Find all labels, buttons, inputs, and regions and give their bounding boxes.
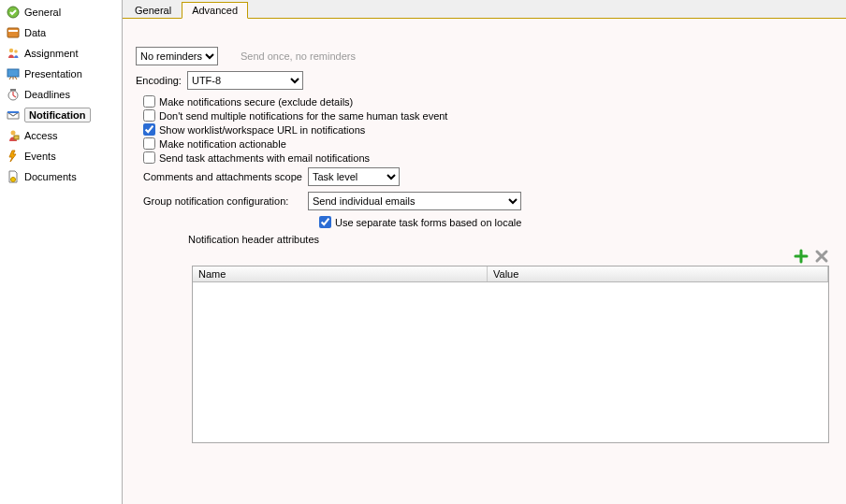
col-name[interactable]: Name: [193, 266, 488, 281]
svg-rect-7: [10, 89, 16, 91]
sidebar-item-notification[interactable]: Notification: [0, 105, 122, 125]
sidebar-item-deadlines[interactable]: Deadlines: [0, 84, 122, 105]
sidebar-item-general[interactable]: General: [0, 2, 122, 22]
svg-point-10: [11, 178, 16, 182]
data-icon: [6, 25, 21, 40]
presentation-icon: [6, 66, 21, 81]
svg-point-4: [14, 50, 18, 53]
svg-point-8: [11, 131, 16, 136]
notification-icon: [6, 108, 21, 122]
general-icon: [6, 5, 21, 20]
showurl-checkbox[interactable]: [143, 123, 155, 136]
events-icon: [6, 149, 21, 164]
sidebar-item-label: Documents: [24, 171, 77, 182]
sidebar-item-label: Deadlines: [24, 89, 70, 100]
sidebar-item-data[interactable]: Data: [0, 22, 122, 43]
table-toolbar: [136, 249, 835, 266]
svg-rect-9: [14, 136, 19, 139]
add-icon[interactable]: [794, 249, 809, 264]
locale-checkbox[interactable]: [319, 216, 331, 228]
sidebar-item-label: Data: [24, 27, 46, 38]
actionable-label: Make notification actionable: [159, 138, 286, 150]
svg-point-3: [9, 49, 13, 52]
sidebar-item-presentation[interactable]: Presentation: [0, 64, 122, 84]
svg-rect-2: [8, 30, 18, 32]
main-panel: General Advanced No reminders Send once,…: [123, 0, 846, 504]
tab-bar: General Advanced: [123, 0, 846, 19]
locale-label: Use separate task forms based on locale: [335, 217, 521, 228]
actionable-checkbox[interactable]: [143, 137, 155, 150]
header-attrs-table: Name Value: [192, 266, 829, 443]
encoding-select[interactable]: UTF-8: [187, 71, 303, 90]
secure-checkbox[interactable]: [143, 95, 155, 108]
sidebar-item-events[interactable]: Events: [0, 146, 122, 166]
reminders-hint: Send once, no reminders: [241, 50, 356, 62]
header-attrs-label: Notification header attributes: [188, 234, 835, 245]
col-value[interactable]: Value: [488, 266, 828, 281]
showurl-label: Show worklist/workspace URL in notificat…: [159, 124, 365, 136]
access-icon: [6, 128, 21, 143]
sidebar-item-access[interactable]: Access: [0, 125, 122, 146]
scope-select[interactable]: Task level: [308, 167, 400, 186]
nodup-label: Don't send multiple notifications for th…: [159, 110, 447, 122]
assignment-icon: [6, 46, 21, 61]
documents-icon: [6, 169, 21, 184]
reminders-select[interactable]: No reminders: [136, 47, 218, 65]
sidebar: General Data Assignment Presentation Dea…: [0, 0, 123, 504]
sidebar-item-label: Presentation: [24, 68, 82, 79]
table-header: Name Value: [193, 266, 828, 282]
sidebar-item-documents[interactable]: Documents: [0, 166, 122, 187]
sidebar-item-label: Access: [24, 130, 57, 141]
sidebar-item-label: Notification: [24, 108, 91, 122]
secure-label: Make notifications secure (exclude detai…: [159, 96, 353, 108]
svg-rect-5: [7, 69, 19, 77]
attachments-checkbox[interactable]: [143, 151, 155, 164]
groupnotif-select[interactable]: Send individual emails: [308, 192, 521, 210]
sidebar-item-label: Assignment: [24, 48, 78, 59]
encoding-label: Encoding:: [136, 75, 182, 86]
tab-general[interactable]: General: [124, 2, 182, 18]
nodup-checkbox[interactable]: [143, 109, 155, 122]
svg-rect-1: [7, 28, 19, 37]
advanced-content: No reminders Send once, no reminders Enc…: [123, 19, 846, 504]
sidebar-item-label: Events: [24, 151, 56, 162]
sidebar-item-label: General: [24, 7, 61, 18]
delete-icon[interactable]: [814, 249, 829, 264]
tab-advanced[interactable]: Advanced: [182, 2, 248, 19]
sidebar-item-assignment[interactable]: Assignment: [0, 43, 122, 64]
table-body[interactable]: [193, 282, 828, 441]
attachments-label: Send task attachments with email notific…: [159, 152, 370, 164]
groupnotif-label: Group notification configuration:: [143, 195, 302, 207]
deadlines-icon: [6, 87, 21, 102]
scope-label: Comments and attachments scope: [143, 171, 302, 182]
